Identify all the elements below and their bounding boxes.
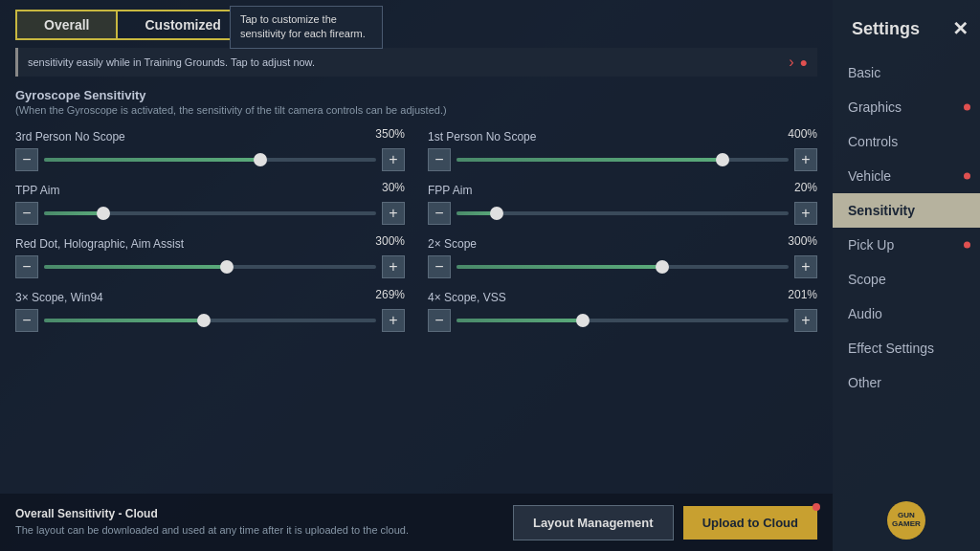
upload-to-cloud-button[interactable]: Upload to Cloud (683, 506, 817, 540)
sidebar-dot (964, 173, 970, 180)
slider-group: FPP Aim20%−+ (428, 181, 817, 225)
bottom-info: Overall Sensitivity - Cloud The layout c… (15, 507, 501, 538)
slider-value: 300% (375, 234, 405, 248)
slider-track[interactable] (44, 158, 376, 162)
slider-group: 2× Scope300%−+ (428, 234, 817, 278)
slider-thumb[interactable] (97, 207, 110, 220)
slider-value: 30% (382, 181, 405, 194)
section-title: Gyroscope Sensitivity (0, 84, 833, 104)
slider-fill (457, 319, 583, 322)
slider-label: 4× Scope, VSS (428, 291, 506, 304)
close-button[interactable]: ✕ (952, 17, 969, 40)
slider-fill (44, 319, 204, 322)
layout-management-button[interactable]: Layout Management (513, 505, 674, 540)
main-content: Overall Customized Tap to customize the … (0, 0, 833, 551)
sliders-grid: 3rd Person No Scope350%−+1st Person No S… (0, 123, 833, 342)
slider-decrease-button[interactable]: − (428, 309, 451, 332)
bottom-info-desc: The layout can be downloaded and used at… (15, 523, 501, 538)
slider-decrease-button[interactable]: − (428, 202, 451, 225)
slider-fill (457, 158, 723, 162)
sidebar-item-basic[interactable]: Basic (833, 55, 980, 90)
slider-track[interactable] (44, 319, 376, 322)
slider-track[interactable] (44, 265, 376, 269)
slider-value: 350% (375, 127, 405, 141)
logo: GUNGAMER (887, 501, 925, 540)
slider-track[interactable] (457, 158, 789, 162)
slider-thumb[interactable] (220, 260, 234, 274)
slider-decrease-button[interactable]: − (428, 148, 451, 171)
tab-overall[interactable]: Overall (15, 10, 116, 40)
slider-increase-button[interactable]: + (794, 148, 817, 171)
slider-fill (457, 265, 662, 269)
sidebar-header: Settings ✕ (833, 10, 980, 55)
sidebar-item-graphics[interactable]: Graphics (833, 90, 980, 124)
slider-thumb[interactable] (197, 314, 211, 327)
slider-value: 20% (794, 181, 817, 194)
sidebar-title: Settings (852, 19, 920, 39)
sidebar-item-pick-up[interactable]: Pick Up (833, 228, 980, 262)
tooltip-box: Tap to customize the sensitivity for eac… (230, 6, 383, 49)
sidebar-item-controls[interactable]: Controls (833, 124, 980, 159)
sidebar-dot (964, 104, 970, 111)
bottom-info-title: Overall Sensitivity - Cloud (15, 507, 501, 520)
sidebar: Settings ✕ BasicGraphicsControlsVehicleS… (833, 0, 980, 551)
sidebar-item-effect-settings[interactable]: Effect Settings (833, 331, 980, 365)
slider-fill (44, 211, 103, 215)
slider-group: 3rd Person No Scope350%−+ (15, 127, 405, 171)
slider-group: 4× Scope, VSS201%−+ (428, 288, 817, 332)
notification-close-icon[interactable]: ● (800, 55, 808, 70)
slider-label: Red Dot, Holographic, Aim Assist (15, 237, 184, 251)
slider-increase-button[interactable]: + (382, 202, 405, 225)
slider-label: 2× Scope (428, 237, 477, 251)
sidebar-dot (964, 242, 970, 249)
slider-thumb[interactable] (576, 314, 590, 327)
tooltip-text: Tap to customize the sensitivity for eac… (240, 13, 366, 39)
slider-fill (44, 158, 260, 162)
slider-track[interactable] (457, 211, 789, 215)
slider-group: 3× Scope, Win94269%−+ (15, 288, 405, 332)
upload-dot (813, 503, 820, 511)
slider-increase-button[interactable]: + (794, 202, 817, 225)
slider-value: 269% (375, 288, 405, 301)
slider-value: 201% (788, 288, 817, 301)
sidebar-item-audio[interactable]: Audio (833, 297, 980, 331)
notification-text: sensitivity easily while in Training Gro… (28, 56, 789, 68)
slider-track[interactable] (457, 265, 789, 269)
slider-increase-button[interactable]: + (794, 309, 817, 332)
section-desc: (When the Gyroscope is activated, the se… (0, 104, 833, 123)
slider-thumb[interactable] (716, 153, 729, 166)
slider-increase-button[interactable]: + (794, 255, 817, 278)
slider-group: Red Dot, Holographic, Aim Assist300%−+ (15, 234, 405, 278)
slider-fill (44, 265, 227, 269)
slider-increase-button[interactable]: + (382, 255, 405, 278)
slider-thumb[interactable] (254, 153, 267, 166)
slider-group: 1st Person No Scope400%−+ (428, 127, 817, 171)
sidebar-item-vehicle[interactable]: Vehicle (833, 159, 980, 193)
sidebar-item-scope[interactable]: Scope (833, 262, 980, 297)
slider-track[interactable] (44, 211, 376, 215)
slider-group: TPP Aim30%−+ (15, 181, 405, 225)
slider-label: 3× Scope, Win94 (15, 291, 103, 304)
slider-increase-button[interactable]: + (382, 309, 405, 332)
sidebar-item-sensitivity[interactable]: Sensitivity (833, 193, 980, 228)
slider-value: 300% (788, 234, 817, 248)
slider-thumb[interactable] (656, 260, 669, 274)
sidebar-item-other[interactable]: Other (833, 365, 980, 400)
slider-label: FPP Aim (428, 184, 472, 197)
bottom-bar: Overall Sensitivity - Cloud The layout c… (0, 494, 833, 551)
bottom-actions: Layout Management Upload to Cloud (513, 505, 817, 540)
slider-thumb[interactable] (490, 207, 503, 220)
slider-increase-button[interactable]: + (382, 148, 405, 171)
slider-decrease-button[interactable]: − (15, 148, 38, 171)
slider-decrease-button[interactable]: − (428, 255, 451, 278)
tabs-container: Overall Customized Tap to customize the … (0, 0, 833, 48)
slider-decrease-button[interactable]: − (15, 202, 38, 225)
slider-track[interactable] (457, 319, 789, 322)
slider-decrease-button[interactable]: − (15, 255, 38, 278)
slider-label: TPP Aim (15, 184, 59, 197)
notification-arrow-icon: › (789, 54, 793, 71)
slider-decrease-button[interactable]: − (15, 309, 38, 332)
slider-label: 3rd Person No Scope (15, 130, 125, 143)
notification-bar: sensitivity easily while in Training Gro… (15, 48, 817, 77)
slider-label: 1st Person No Scope (428, 130, 536, 143)
